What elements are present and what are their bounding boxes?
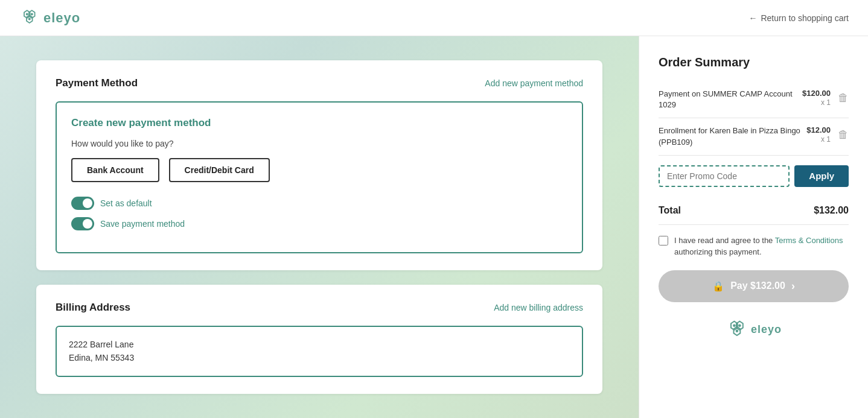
credit-debit-card-button[interactable]: Credit/Debit Card: [169, 158, 270, 182]
terms-text: I have read and agree to the Terms & Con…: [674, 235, 849, 258]
svg-point-9: [733, 324, 736, 327]
order-item-right-1: $120.00 x 1 🗑: [802, 89, 849, 107]
order-item-2: Enrollment for Karen Bale in Pizza Bingo…: [659, 118, 849, 155]
add-payment-link[interactable]: Add new payment method: [485, 78, 583, 88]
order-summary-title: Order Summary: [659, 55, 849, 69]
set-as-default-label: Set as default: [100, 198, 152, 208]
total-amount: $132.00: [814, 205, 849, 216]
promo-row: Apply: [659, 165, 849, 187]
apply-button[interactable]: Apply: [794, 165, 849, 187]
promo-code-input[interactable]: [659, 165, 790, 187]
return-link-text: Return to shopping cart: [761, 13, 849, 23]
order-items: Payment on SUMMER CAMP Account 1029 $120…: [659, 81, 849, 156]
page-header: eleyo ← Return to shopping cart: [0, 0, 868, 36]
how-to-pay-text: How would you like to pay?: [71, 139, 567, 148]
bank-account-button[interactable]: Bank Account: [71, 158, 159, 182]
svg-point-5: [28, 17, 31, 20]
left-panel: Payment Method Add new payment method Cr…: [0, 36, 639, 418]
order-item-qty-2: x 1: [821, 135, 831, 144]
payment-method-header: Payment Method Add new payment method: [56, 77, 583, 89]
chevron-right-icon: ›: [791, 280, 795, 293]
order-item-price-2: $12.00 x 1: [806, 125, 831, 144]
lock-icon: 🔒: [712, 280, 724, 292]
terms-text-before: I have read and agree to the: [674, 236, 775, 245]
terms-conditions-link[interactable]: Terms & Conditions: [775, 236, 843, 245]
save-payment-label: Save payment method: [100, 219, 185, 229]
order-item-right-2: $12.00 x 1 🗑: [806, 125, 849, 144]
payment-buttons: Bank Account Credit/Debit Card: [71, 158, 567, 182]
set-as-default-toggle[interactable]: [71, 197, 94, 210]
right-panel: Order Summary Payment on SUMMER CAMP Acc…: [639, 36, 868, 418]
payment-method-title: Payment Method: [56, 77, 138, 89]
logo-text: eleyo: [43, 10, 80, 26]
save-payment-toggle[interactable]: [71, 217, 94, 230]
add-billing-link[interactable]: Add new billing address: [494, 303, 583, 312]
billing-address-title: Billing Address: [56, 302, 130, 314]
arrow-left-icon: ←: [748, 13, 757, 23]
billing-address-card: Billing Address Add new billing address …: [36, 285, 602, 394]
order-item-desc-2: Enrollment for Karen Bale in Pizza Bingo…: [659, 125, 802, 147]
payment-method-card: Payment Method Add new payment method Cr…: [36, 60, 602, 270]
terms-checkbox[interactable]: [659, 236, 668, 245]
pay-button-label: Pay $132.00: [730, 280, 785, 291]
address-line-1: 2222 Barrel Lane: [69, 338, 570, 351]
address-line-2: Edina, MN 55343: [69, 351, 570, 364]
order-item-qty-1: x 1: [821, 98, 831, 107]
payment-method-box: Create new payment method How would you …: [56, 101, 583, 253]
set-as-default-row: Set as default: [71, 197, 567, 210]
svg-point-10: [738, 324, 741, 327]
svg-point-4: [31, 13, 33, 15]
total-label: Total: [659, 205, 681, 216]
save-payment-row: Save payment method: [71, 217, 567, 230]
footer-logo: eleyo: [659, 319, 849, 341]
svg-point-11: [736, 329, 739, 332]
return-link[interactable]: ← Return to shopping cart: [748, 13, 849, 23]
delete-item-2-button[interactable]: 🗑: [838, 129, 849, 140]
svg-point-3: [26, 13, 28, 15]
order-item: Payment on SUMMER CAMP Account 1029 $120…: [659, 81, 849, 118]
logo-icon: [19, 8, 39, 28]
order-item-price-1: $120.00 x 1: [802, 89, 831, 107]
pay-button[interactable]: 🔒 Pay $132.00 ›: [659, 270, 849, 302]
delete-item-1-button[interactable]: 🗑: [838, 92, 849, 103]
order-item-desc-1: Payment on SUMMER CAMP Account 1029: [659, 89, 797, 110]
footer-logo-icon: [726, 319, 747, 341]
total-row: Total $132.00: [659, 197, 849, 225]
billing-address-header: Billing Address Add new billing address: [56, 302, 583, 314]
order-item-amount-1: $120.00: [802, 89, 831, 98]
footer-logo-text: eleyo: [751, 323, 782, 336]
billing-address-box[interactable]: 2222 Barrel Lane Edina, MN 55343: [56, 326, 583, 377]
order-item-amount-2: $12.00: [806, 125, 831, 135]
create-payment-title: Create new payment method: [71, 117, 567, 129]
main-layout: Payment Method Add new payment method Cr…: [0, 36, 868, 418]
terms-text-after: authorizing this payment.: [674, 247, 762, 256]
terms-row: I have read and agree to the Terms & Con…: [659, 235, 849, 258]
logo: eleyo: [19, 8, 80, 28]
